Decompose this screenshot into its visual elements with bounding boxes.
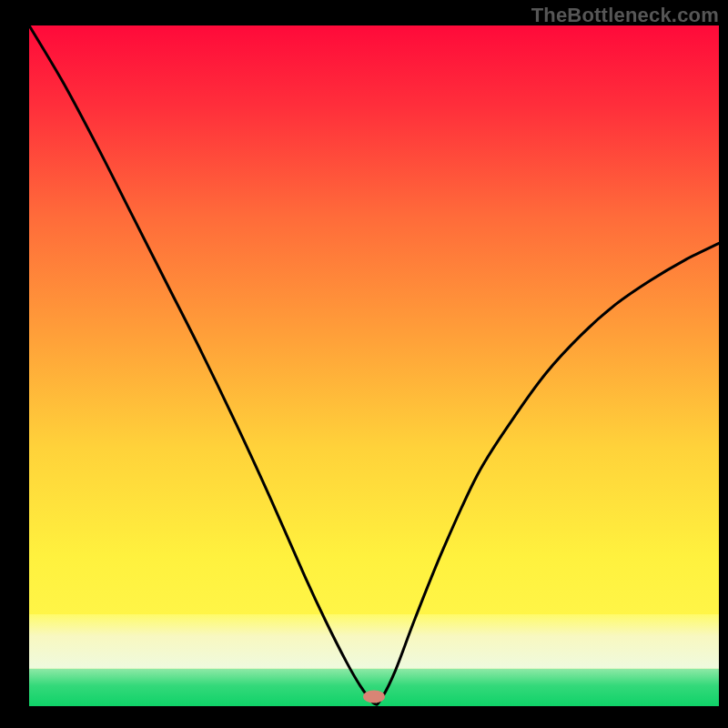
watermark-text: TheBottleneck.com (531, 4, 719, 27)
pale-transition-band (29, 614, 719, 669)
optimal-point-marker (363, 691, 385, 703)
chart-frame: { "watermark": "TheBottleneck.com", "plo… (0, 0, 728, 728)
gradient-background (29, 25, 719, 706)
bottleneck-chart (0, 0, 728, 728)
